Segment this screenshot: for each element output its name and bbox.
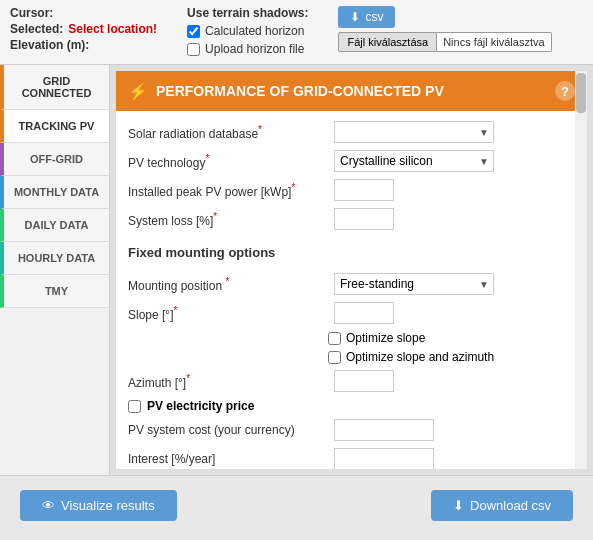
installed-peak-input[interactable]: 1 [334,179,394,201]
azimuth-row: Azimuth [°]* 0 [128,370,575,392]
content-area: ⚡ PERFORMANCE OF GRID-CONNECTED PV ? Sol… [115,70,588,470]
pv-system-cost-label: PV system cost (your currency) [128,423,328,437]
azimuth-input[interactable]: 0 [334,370,394,392]
calc-horizon-label: Calculated horizon [205,24,304,38]
optimize-slope-row: Optimize slope [328,331,575,345]
pv-system-cost-row: PV system cost (your currency) [128,419,575,441]
solar-radiation-label: Solar radiation database* [128,124,328,141]
interest-label: Interest [%/year] [128,452,328,466]
optimize-slope-azimuth-label: Optimize slope and azimuth [346,350,494,364]
visualize-label: Visualize results [61,498,155,513]
panel-icon: ⚡ [128,82,148,101]
selected-label: Selected: [10,22,63,36]
pv-technology-select-wrapper: Crystalline silicon CIS CdTe Other ▼ [334,150,494,172]
sidebar-item-tracking-pv[interactable]: TRACKING PV [0,110,109,143]
pv-electricity-price-checkbox[interactable] [128,400,141,413]
mounting-position-row: Mounting position * Free-standing Buildi… [128,273,575,295]
solar-radiation-select[interactable] [334,121,494,143]
file-choose-button[interactable]: Fájl kiválasztása [338,32,437,52]
pv-system-cost-input[interactable] [334,419,434,441]
fixed-mounting-header-row: Fixed mounting options [128,237,575,266]
pv-technology-select[interactable]: Crystalline silicon CIS CdTe Other [334,150,494,172]
elevation-label: Elevation (m): [10,38,89,52]
installed-peak-row: Installed peak PV power [kWp]* 1 [128,179,575,201]
mounting-position-label: Mounting position * [128,276,328,293]
bottom-bar: 👁 Visualize results ⬇ Download csv [0,475,593,535]
csv-download-button[interactable]: ⬇ csv [338,6,395,28]
optimize-section: Optimize slope Optimize slope and azimut… [328,331,575,364]
sidebar-item-tmy[interactable]: TMY [0,275,109,308]
sidebar-item-monthly-data[interactable]: MONTHLY DATA [0,176,109,209]
use-terrain-label: Use terrain shadows: [187,6,308,20]
top-bar: Cursor: Selected: Select location! Eleva… [0,0,593,65]
solar-radiation-select-wrapper: ▼ [334,121,494,143]
upload-horizon-label: Upload horizon file [205,42,304,56]
sidebar-item-off-grid[interactable]: OFF-GRID [0,143,109,176]
system-loss-input[interactable]: 14 [334,208,394,230]
slope-row: Slope [°]* 35 [128,302,575,324]
download-csv-icon: ⬇ [453,498,464,513]
form-section: Solar radiation database* ▼ PV technolog… [116,111,587,470]
eye-icon: 👁 [42,498,55,513]
download-csv-button[interactable]: ⬇ Download csv [431,490,573,521]
visualize-results-button[interactable]: 👁 Visualize results [20,490,177,521]
interest-row: Interest [%/year] [128,448,575,470]
calc-horizon-checkbox[interactable] [187,25,200,38]
help-icon[interactable]: ? [555,81,575,101]
optimize-slope-azimuth-checkbox[interactable] [328,351,341,364]
pv-technology-row: PV technology* Crystalline silicon CIS C… [128,150,575,172]
slope-label: Slope [°]* [128,305,328,322]
slope-input[interactable]: 35 [334,302,394,324]
file-section: ⬇ csv Fájl kiválasztása Nincs fájl kivál… [338,6,551,52]
pv-electricity-price-label: PV electricity price [147,399,254,413]
download-label: Download csv [470,498,551,513]
file-name-display: Nincs fájl kiválasztva [437,32,551,52]
azimuth-label: Azimuth [°]* [128,373,328,390]
panel-header: ⚡ PERFORMANCE OF GRID-CONNECTED PV ? [116,71,587,111]
mounting-position-select[interactable]: Free-standing Building integrated [334,273,494,295]
optimize-slope-label: Optimize slope [346,331,425,345]
interest-input[interactable] [334,448,434,470]
panel-title: PERFORMANCE OF GRID-CONNECTED PV [156,83,444,99]
scrollbar[interactable] [575,71,587,469]
cursor-label: Cursor: [10,6,53,20]
fixed-mounting-title: Fixed mounting options [128,245,275,260]
file-upload-row: Fájl kiválasztása Nincs fájl kiválasztva [338,32,551,52]
terrain-shadows-section: Use terrain shadows: Calculated horizon … [187,6,308,56]
optimize-slope-azimuth-row: Optimize slope and azimuth [328,350,575,364]
csv-button-label: csv [365,10,383,24]
mounting-position-select-wrapper: Free-standing Building integrated ▼ [334,273,494,295]
system-loss-label: System loss [%]* [128,211,328,228]
select-location-link[interactable]: Select location! [68,22,157,36]
system-loss-row: System loss [%]* 14 [128,208,575,230]
sidebar: GRID CONNECTED TRACKING PV OFF-GRID MONT… [0,65,110,475]
scrollbar-thumb[interactable] [576,73,586,113]
cursor-section: Cursor: Selected: Select location! Eleva… [10,6,157,52]
upload-horizon-checkbox[interactable] [187,43,200,56]
sidebar-item-grid-connected[interactable]: GRID CONNECTED [0,65,109,110]
optimize-slope-checkbox[interactable] [328,332,341,345]
installed-peak-label: Installed peak PV power [kWp]* [128,182,328,199]
pv-electricity-price-row: PV electricity price [128,399,575,413]
sidebar-item-daily-data[interactable]: DAILY DATA [0,209,109,242]
sidebar-item-hourly-data[interactable]: HOURLY DATA [0,242,109,275]
download-icon: ⬇ [350,10,360,24]
solar-radiation-row: Solar radiation database* ▼ [128,121,575,143]
main-content: GRID CONNECTED TRACKING PV OFF-GRID MONT… [0,65,593,475]
pv-technology-label: PV technology* [128,153,328,170]
